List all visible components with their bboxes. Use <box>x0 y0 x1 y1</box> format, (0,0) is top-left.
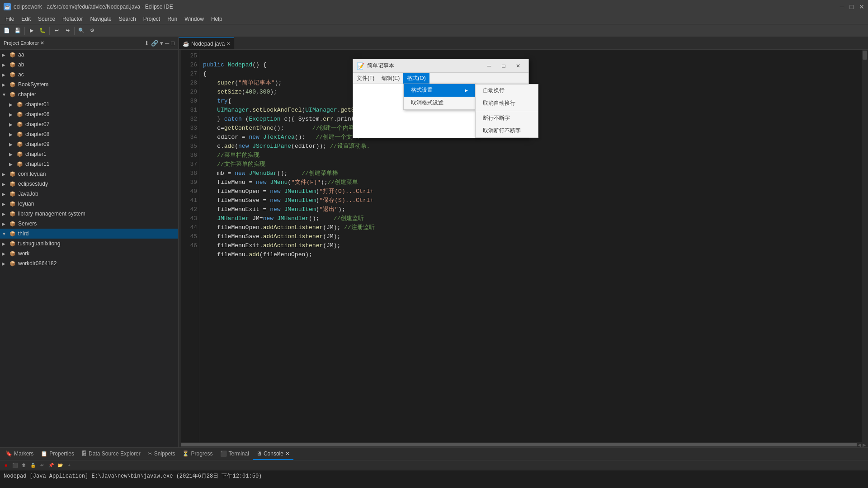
package-icon-chapter07: 📦 <box>16 121 24 128</box>
toolbar: 📄 💾 ▶ 🐛 ↩ ↪ 🔍 ⚙ <box>0 24 868 37</box>
markers-icon: 🔖 <box>5 450 12 457</box>
tree-item-chapter01[interactable]: ▶ 📦 chapter01 <box>0 99 178 109</box>
notepad-close-btn[interactable]: ✕ <box>511 61 525 71</box>
tree-item-chapter[interactable]: ▼ 📦 chapter <box>0 89 178 99</box>
menu-search[interactable]: Search <box>115 14 140 24</box>
tab-console[interactable]: 🖥 Console ✕ <box>253 448 293 460</box>
toolbar-search[interactable]: 🔍 <box>76 26 86 36</box>
terminal-icon: ⬛ <box>220 450 227 457</box>
bottom-panel: 🔖 Markers 📋 Properties 🗄 Data Source Exp… <box>0 447 868 488</box>
tree-item-chapter07[interactable]: ▶ 📦 chapter07 <box>0 119 178 129</box>
console-scroll-lock-btn[interactable]: 🔒 <box>29 461 37 469</box>
tree-item-aa[interactable]: ▶ 📦 aa <box>0 50 178 60</box>
toolbar-sep-2 <box>49 27 50 35</box>
tree-item-library[interactable]: ▶ 📦 library-management-system <box>0 209 178 219</box>
menu-refactor[interactable]: Refactor <box>59 14 86 24</box>
menu-file[interactable]: File <box>2 14 18 24</box>
tree-item-chapter08[interactable]: ▶ 📦 chapter08 <box>0 129 178 139</box>
console-clear-btn[interactable]: 🗑 <box>20 461 28 469</box>
notepad-menu-bar: 文件(F) 编辑(E) 格式(O) 格式设置 ▶ 取消格式设置 自动换行 取消自… <box>353 73 528 84</box>
tree-item-chapter09[interactable]: ▶ 📦 chapter09 <box>0 139 178 149</box>
minimize-button[interactable]: ─ <box>840 3 844 10</box>
console-word-wrap-btn[interactable]: ↵ <box>38 461 46 469</box>
tree-item-work[interactable]: ▶ 📦 work <box>0 249 178 258</box>
menu-bar: File Edit Source Refactor Navigate Searc… <box>0 14 868 24</box>
tree-item-javajob[interactable]: ▶ 📦 JavaJob <box>0 189 178 199</box>
cancel-word-break-item[interactable]: 取消断行不断字 <box>476 125 538 137</box>
cancel-format-item[interactable]: 取消格式设置 <box>404 97 475 109</box>
tab-properties[interactable]: 📋 Properties <box>37 448 78 460</box>
tree-item-third[interactable]: ▼ 📦 third <box>0 229 178 239</box>
package-icon-third: 📦 <box>9 230 16 237</box>
toolbar-ref-search[interactable]: ⚙ <box>87 26 97 36</box>
tree-item-servers[interactable]: ▶ 📦 Servers <box>0 219 178 229</box>
console-terminate-btn[interactable]: ⬛ <box>11 461 19 469</box>
menu-source[interactable]: Source <box>34 14 59 24</box>
editor-tab-label: Nodepad.java <box>191 41 225 47</box>
tree-item-tushu[interactable]: ▶ 📦 tushuguanlixitong <box>0 239 178 249</box>
editor-horizontal-scrollbar[interactable]: ◀ ▶ <box>179 442 868 447</box>
toolbar-new[interactable]: 📄 <box>2 26 12 36</box>
package-icon-comleyuan: 📦 <box>9 170 16 178</box>
link-editor-btn[interactable]: 🔗 <box>151 40 158 47</box>
collapse-all-btn[interactable]: ⬇ <box>144 40 149 47</box>
console-new-btn[interactable]: + <box>65 461 73 469</box>
menu-help[interactable]: Help <box>208 14 226 24</box>
console-open-file-btn[interactable]: 📂 <box>56 461 64 469</box>
auto-wrap-item[interactable]: 自动换行 <box>476 84 538 97</box>
submenu-arrow-icon: ▶ <box>465 88 468 93</box>
toolbar-debug[interactable]: 🐛 <box>38 26 47 36</box>
close-editor-tab[interactable]: ✕ <box>226 41 230 46</box>
package-icon-aa: 📦 <box>9 51 16 58</box>
tab-datasource[interactable]: 🗄 Data Source Explorer <box>78 448 144 460</box>
cancel-auto-wrap-item[interactable]: 取消自动换行 <box>476 97 538 110</box>
menu-navigate[interactable]: Navigate <box>86 14 115 24</box>
bottom-tabs: 🔖 Markers 📋 Properties 🗄 Data Source Exp… <box>0 448 868 460</box>
tree-item-comleyuan[interactable]: ▶ 📦 com.leyuan <box>0 169 178 179</box>
snippets-icon: ✂ <box>148 450 152 457</box>
editor-tab-nodepad[interactable]: ☕ Nodepad.java ✕ <box>179 38 234 49</box>
panel-menu-btn[interactable]: ▾ <box>160 40 163 47</box>
tree-item-ac[interactable]: ▶ 📦 ac <box>0 70 178 80</box>
notepad-minimize-btn[interactable]: ─ <box>482 61 496 71</box>
menu-window[interactable]: Window <box>181 14 208 24</box>
toolbar-undo[interactable]: ↩ <box>52 26 61 36</box>
tree-item-chapter1[interactable]: ▶ 📦 chapter1 <box>0 149 178 159</box>
format-dropdown: 格式设置 ▶ 取消格式设置 自动换行 取消自动换行 断行不断字 取消断行不断字 <box>403 84 476 110</box>
menu-edit[interactable]: Edit <box>18 14 34 24</box>
project-explorer-title: Project Explorer ✕ <box>4 40 44 46</box>
package-icon-chapter01: 📦 <box>16 101 24 108</box>
tab-snippets[interactable]: ✂ Snippets <box>144 448 179 460</box>
toolbar-sep-1 <box>24 27 25 35</box>
toolbar-run[interactable]: ▶ <box>27 26 37 36</box>
tab-markers[interactable]: 🔖 Markers <box>2 448 37 460</box>
notepad-menu-format[interactable]: 格式(O) <box>403 73 429 84</box>
format-settings-item[interactable]: 格式设置 ▶ <box>404 84 475 97</box>
tree-item-ab[interactable]: ▶ 📦 ab <box>0 60 178 70</box>
console-pin-btn[interactable]: 📌 <box>47 461 55 469</box>
maximize-button[interactable]: □ <box>850 3 854 10</box>
notepad-dialog-title: 简单记事本 <box>367 62 482 70</box>
tree-item-leyuan[interactable]: ▶ 📦 leyuan <box>0 199 178 209</box>
notepad-menu-edit[interactable]: 编辑(E) <box>378 73 403 84</box>
close-button[interactable]: ✕ <box>859 3 864 10</box>
tree-item-workdir[interactable]: ▶ 📦 workdir0864182 <box>0 258 178 268</box>
tree-item-booksystem[interactable]: ▶ 📦 BookSystem <box>0 80 178 89</box>
maximize-panel-btn[interactable]: □ <box>171 40 175 47</box>
package-icon-workdir: 📦 <box>9 260 16 267</box>
tree-item-eclipsestudy[interactable]: ▶ 📦 eclipsestudy <box>0 179 178 189</box>
notepad-maximize-btn[interactable]: □ <box>497 61 510 71</box>
toolbar-redo[interactable]: ↪ <box>62 26 72 36</box>
tab-progress[interactable]: ⏳ Progress <box>179 448 216 460</box>
tree-item-chapter06[interactable]: ▶ 📦 chapter06 <box>0 109 178 119</box>
minimize-panel-btn[interactable]: ─ <box>165 40 169 47</box>
menu-run[interactable]: Run <box>164 14 181 24</box>
toolbar-save[interactable]: 💾 <box>13 26 23 36</box>
menu-project[interactable]: Project <box>140 14 164 24</box>
tab-terminal[interactable]: ⬛ Terminal <box>217 448 253 460</box>
notepad-menu-file[interactable]: 文件(F) <box>353 73 378 84</box>
editor-vertical-scrollbar[interactable] <box>862 50 868 442</box>
console-stop-btn[interactable]: ■ <box>2 461 10 469</box>
tree-item-chapter11[interactable]: ▶ 📦 chapter11 <box>0 159 178 169</box>
word-break-item[interactable]: 断行不断字 <box>476 112 538 125</box>
